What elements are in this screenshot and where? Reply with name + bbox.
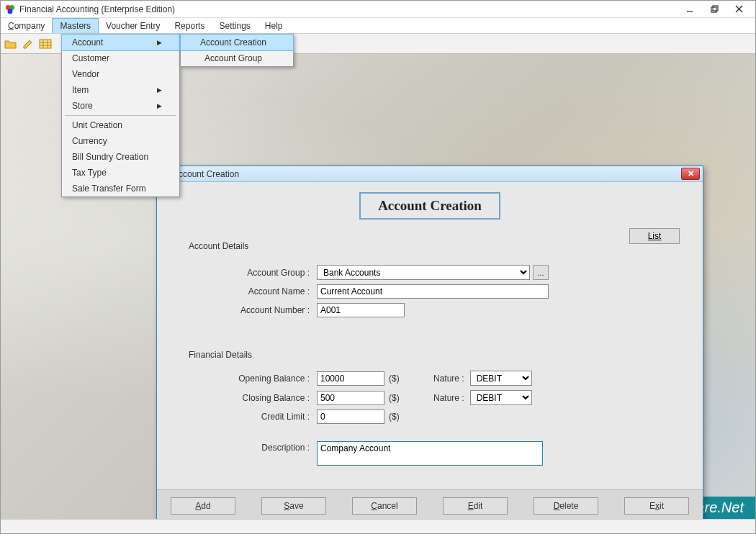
menu-item-currency[interactable]: Currency (62, 133, 179, 149)
opening-balance-input[interactable] (317, 371, 384, 386)
closing-balance-input[interactable] (317, 391, 384, 405)
dialog-button-bar: Add Save Cancel Edit Delete Exit (157, 489, 703, 519)
toolbar-edit-icon[interactable] (21, 37, 35, 51)
currency-unit: ($) (389, 412, 400, 422)
dialog-title: Account Creation (173, 169, 239, 179)
menu-company[interactable]: Company (1, 18, 52, 33)
account-group-browse-button[interactable]: ... (533, 265, 549, 280)
menu-item-tax-type[interactable]: Tax Type (62, 165, 179, 181)
menu-item-item[interactable]: Item▶ (62, 82, 179, 98)
menu-masters[interactable]: Masters (52, 18, 99, 33)
menu-settings[interactable]: Settings (212, 18, 257, 33)
label-opening-balance: Opening Balance : (173, 374, 317, 384)
delete-button[interactable]: Delete (534, 497, 598, 515)
menu-separator (65, 115, 176, 116)
credit-limit-input[interactable] (317, 409, 384, 424)
title-bar: Financial Accounting (Enterprise Edition… (1, 1, 755, 18)
close-button[interactable] (726, 1, 751, 17)
currency-unit: ($) (389, 393, 400, 403)
label-account-name: Account Name : (173, 286, 317, 297)
status-bar (1, 519, 755, 533)
menu-help[interactable]: Help (258, 18, 290, 33)
nature-2-select[interactable]: DEBIT (470, 390, 532, 405)
toolbar-open-icon[interactable] (4, 37, 18, 51)
app-icon (5, 4, 15, 14)
label-closing-balance: Closing Balance : (173, 393, 317, 403)
account-submenu: Account Creation Account Group (180, 34, 294, 67)
masters-dropdown: Account▶ Customer Vendor Item▶ Store▶ Un… (61, 34, 180, 197)
add-button[interactable]: Add (171, 497, 235, 515)
submenu-account-creation[interactable]: Account Creation (180, 34, 294, 51)
label-nature-1: Nature : (428, 374, 470, 384)
menu-item-vendor[interactable]: Vendor (62, 66, 179, 82)
list-button[interactable]: List (629, 228, 680, 244)
cancel-button[interactable]: Cancel (352, 497, 417, 515)
section-financial-details: Financial Details (189, 350, 687, 360)
dialog-title-bar: Account Creation ✕ (157, 166, 703, 182)
menu-item-bill-sundry[interactable]: Bill Sundry Creation (62, 149, 179, 165)
account-creation-dialog: Account Creation ✕ Account Creation List… (156, 166, 703, 519)
toolbar-grid-icon[interactable] (38, 37, 53, 51)
menu-item-sale-transfer[interactable]: Sale Transfer Form (62, 181, 179, 196)
exit-button[interactable]: Exit (624, 497, 689, 515)
menu-item-unit-creation[interactable]: Unit Creation (62, 117, 179, 133)
menu-item-customer[interactable]: Customer (62, 50, 179, 66)
menu-item-account[interactable]: Account▶ (61, 34, 180, 51)
menu-reports[interactable]: Reports (167, 18, 212, 33)
menu-item-store[interactable]: Store▶ (62, 98, 179, 114)
nature-1-select[interactable]: DEBIT (470, 371, 532, 386)
label-credit-limit: Credit Limit : (173, 412, 317, 422)
dialog-close-button[interactable]: ✕ (681, 168, 700, 180)
account-number-input[interactable] (317, 303, 405, 317)
dialog-body: Account Creation List Account Details Ac… (157, 182, 703, 489)
window-title: Financial Accounting (Enterprise Edition… (19, 4, 175, 14)
menu-bar: Company Masters Voucher Entry Reports Se… (1, 18, 755, 34)
svg-point-2 (8, 9, 13, 14)
label-account-group: Account Group : (173, 268, 317, 278)
label-nature-2: Nature : (428, 393, 470, 403)
section-account-details: Account Details (189, 241, 687, 251)
menu-voucher[interactable]: Voucher Entry (99, 18, 167, 33)
account-name-input[interactable] (317, 284, 549, 299)
description-textarea[interactable]: Company Account (317, 441, 543, 466)
submenu-account-group[interactable]: Account Group (181, 50, 293, 66)
edit-button[interactable]: Edit (443, 497, 508, 515)
svg-rect-4 (711, 7, 716, 12)
label-account-number: Account Number : (173, 305, 317, 315)
save-button[interactable]: Save (261, 497, 326, 515)
maximize-button[interactable] (702, 1, 726, 17)
minimize-button[interactable] (678, 1, 702, 17)
svg-rect-8 (40, 40, 51, 48)
svg-rect-5 (713, 6, 718, 11)
dialog-heading: Account Creation (359, 192, 500, 220)
currency-unit: ($) (389, 374, 400, 384)
label-description: Description : (173, 441, 317, 453)
account-group-select[interactable]: Bank Accounts (317, 265, 530, 280)
